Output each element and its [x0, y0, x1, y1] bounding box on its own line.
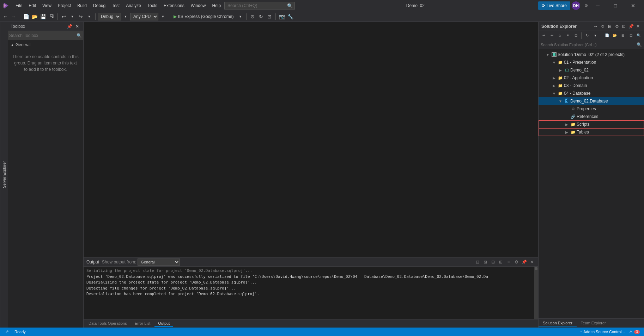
output-btn-5[interactable]: ≡ — [505, 259, 512, 266]
debug-config-dropdown[interactable]: Debug — [98, 13, 121, 20]
output-pin-button[interactable]: 📌 — [521, 259, 528, 266]
se-tab-solution-explorer[interactable]: Solution Explorer — [539, 319, 577, 327]
user-settings-icon[interactable]: ⚙ — [584, 3, 588, 8]
se-extra-btn[interactable]: ⊡ — [621, 23, 627, 30]
se-sync-button[interactable]: ↔ — [593, 23, 599, 30]
se-tab-team-explorer[interactable]: Team Explorer — [577, 319, 610, 327]
menu-view[interactable]: View — [40, 2, 54, 10]
title-search-input[interactable] — [224, 2, 295, 10]
tree-item-scripts[interactable]: ▶ 📁 Scripts — [539, 120, 644, 128]
expander: ▼ — [545, 53, 551, 57]
se-tb-extra[interactable]: ⊡ — [572, 32, 580, 39]
se-collapse-button[interactable]: ⊟ — [607, 23, 613, 30]
menu-project[interactable]: Project — [55, 2, 74, 10]
se-tb-props[interactable]: ≡ — [564, 32, 572, 39]
output-btn-3[interactable]: ⊟ — [490, 259, 497, 266]
cpu-dropdown[interactable]: Any CPU — [130, 13, 158, 20]
tab-output[interactable]: Output — [154, 321, 173, 327]
menu-tools[interactable]: Tools — [145, 2, 160, 10]
menu-help[interactable]: Help — [209, 2, 224, 10]
navigate-forward-button[interactable]: → — [10, 13, 18, 20]
new-project-button[interactable]: 📄 — [22, 13, 30, 20]
output-btn-6[interactable]: ⚙ — [513, 259, 520, 266]
source-control-button[interactable]: ↑ Add to Source Control ↓ — [579, 330, 626, 334]
save-all-button[interactable]: 🖫 — [48, 13, 55, 20]
output-btn-4[interactable]: ⊞ — [497, 259, 504, 266]
tree-item-properties[interactable]: ⚙ Properties — [539, 105, 644, 113]
output-scrollbar[interactable] — [534, 267, 538, 319]
tree-item-references[interactable]: 🔗 References — [539, 113, 644, 120]
se-search-input[interactable] — [541, 43, 635, 47]
menu-edit[interactable]: Edit — [26, 2, 39, 10]
toolbox-search-input[interactable] — [9, 33, 77, 38]
toolbox-close-button[interactable]: ✕ — [74, 23, 80, 30]
maximize-button[interactable]: □ — [607, 0, 624, 11]
se-tb-search[interactable]: 🔍 — [635, 32, 643, 39]
output-source-dropdown[interactable]: General — [138, 259, 180, 266]
menu-test[interactable]: Test — [109, 2, 122, 10]
menu-file[interactable]: File — [13, 2, 25, 10]
se-refresh-button[interactable]: ↻ — [600, 23, 606, 30]
toolbox-general-header[interactable]: ▲ General — [8, 42, 83, 48]
save-button[interactable]: 💾 — [39, 13, 47, 20]
se-tb-new-folder[interactable]: 📂 — [611, 32, 619, 39]
tree-item-domain[interactable]: ▶ 📁 03 - Domain — [539, 82, 644, 89]
menu-extensions[interactable]: Extensions — [161, 2, 187, 10]
run-target-dropdown[interactable]: ▼ — [236, 13, 244, 20]
profile-avatar[interactable]: DH — [572, 1, 580, 10]
se-tb-new-project[interactable]: ⊞ — [619, 32, 627, 39]
toolbox-pin-button[interactable]: 📌 — [66, 23, 73, 30]
menu-window[interactable]: Window — [188, 2, 209, 10]
server-explorer-strip[interactable]: Server Explorer — [0, 22, 8, 328]
open-button[interactable]: 📂 — [31, 13, 38, 20]
error-badge[interactable]: ⚠ 3 — [628, 330, 641, 334]
se-tb-refresh[interactable]: ↻ — [583, 32, 591, 39]
tree-item-database-project[interactable]: ▼ 🗄 Demo_02.Database — [539, 97, 644, 105]
scripts-folder-icon: 📁 — [570, 122, 576, 127]
navigate-back-button[interactable]: ← — [1, 13, 9, 20]
se-close-button[interactable]: ✕ — [635, 23, 641, 30]
debug-config-arrow[interactable]: ▼ — [122, 13, 129, 20]
tree-item-presentation[interactable]: ▼ 📁 01 - Presentation — [539, 58, 644, 66]
toolbox-section-label: General — [16, 42, 31, 47]
se-settings-button[interactable]: ⚙ — [614, 23, 620, 30]
se-pin-button[interactable]: 📌 — [628, 23, 634, 30]
redo-dropdown[interactable]: ▼ — [85, 13, 93, 20]
output-btn-1[interactable]: ⊡ — [474, 259, 481, 266]
tree-item-solution[interactable]: ▼ Solution 'Demo_02' (2 of 2 projects) — [539, 51, 644, 58]
menu-debug[interactable]: Debug — [90, 2, 108, 10]
tab-data-tools[interactable]: Data Tools Operations — [85, 321, 130, 327]
solution-icon — [551, 52, 557, 57]
tree-item-database-folder[interactable]: ▼ 📁 04 - Database — [539, 89, 644, 97]
se-tb-dropdown[interactable]: ▼ — [591, 32, 599, 39]
tree-item-application[interactable]: ▶ 📁 02 - Application — [539, 74, 644, 82]
live-share-button[interactable]: ⟳ Live Share — [538, 1, 570, 10]
live-share-icon: ⟳ — [542, 3, 545, 8]
status-git-icon[interactable]: ⎇ — [3, 328, 10, 336]
tree-item-demo02[interactable]: ▶ ⬡ Demo_02 — [539, 66, 644, 74]
toolbar-extra-3[interactable]: 🔧 — [286, 13, 294, 20]
toolbar-extra-1[interactable]: ⊙ — [249, 13, 256, 20]
minimize-button[interactable]: ─ — [590, 0, 606, 11]
toolbar-refresh[interactable]: ↻ — [257, 13, 265, 20]
undo-dropdown[interactable]: ▼ — [68, 13, 76, 20]
close-button[interactable]: ✕ — [625, 0, 641, 11]
tab-error-list[interactable]: Error List — [131, 321, 154, 327]
se-tb-home[interactable]: ⌂ — [556, 32, 564, 39]
toolbar-extra-2[interactable]: ⊡ — [266, 13, 273, 20]
output-btn-2[interactable]: ⊠ — [482, 259, 489, 266]
toolbar-screenshot[interactable]: 📷 — [278, 13, 286, 20]
menu-build[interactable]: Build — [74, 2, 90, 10]
menu-analyze[interactable]: Analyze — [123, 2, 144, 10]
output-close-button[interactable]: ✕ — [528, 259, 535, 266]
undo-button[interactable]: ↩ — [60, 13, 68, 20]
tree-item-tables[interactable]: ▶ 📁 Tables — [539, 128, 644, 136]
se-tb-show-all[interactable]: ⊡ — [627, 32, 635, 39]
se-tb-2[interactable]: ↩ — [548, 32, 556, 39]
database-folder-label: 04 - Database — [564, 91, 643, 96]
cpu-arrow[interactable]: ▼ — [159, 13, 167, 20]
se-tb-new-file[interactable]: 📄 — [603, 32, 611, 39]
run-button[interactable]: ▶ IIS Express (Google Chrome) — [171, 13, 236, 20]
se-tb-1[interactable]: ↩ — [540, 32, 548, 39]
redo-button[interactable]: ↪ — [77, 13, 85, 20]
